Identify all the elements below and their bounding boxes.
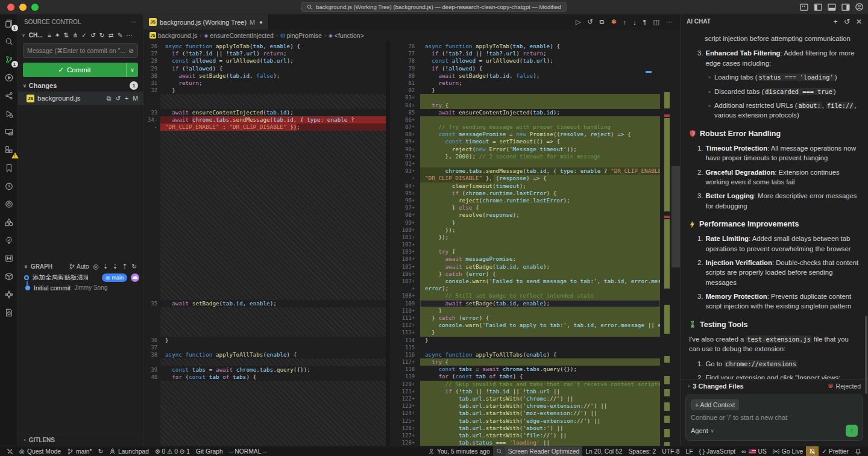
code-line[interactable]: 113+ }: [390, 329, 680, 336]
code-line[interactable]: 88+ const messagePromise = new Promise((…: [390, 131, 680, 138]
code-line[interactable]: 100+ });: [390, 226, 680, 234]
stash-icon[interactable]: ⇄: [108, 31, 114, 39]
code-line[interactable]: 127+ tab.url.startsWith('file://') ||: [390, 432, 680, 439]
status-item-keyboard-layout[interactable]: ∞US: [738, 446, 770, 456]
code-line[interactable]: 36}: [143, 337, 386, 344]
discard-icon[interactable]: ↺: [115, 95, 121, 102]
status-item-launchpad[interactable]: Launchpad: [106, 446, 152, 456]
code-line[interactable]: +"DR_CLIP_DISABLE" }, (response) => {: [390, 175, 680, 182]
branch-badge[interactable]: ◎main: [102, 273, 127, 282]
status-item-indentation[interactable]: Spaces: 2: [625, 446, 659, 456]
split-editor-icon[interactable]: ◫: [653, 18, 659, 26]
commit-row[interactable]: 添加全局剪贴板清理功能，支持... ◎main: [18, 272, 143, 283]
maximize-window-button[interactable]: [31, 4, 39, 11]
commit-row[interactable]: Initial commit Jimmy Song: [18, 283, 143, 293]
status-item-notifications[interactable]: [852, 446, 864, 456]
commit-message-input[interactable]: Message (⌘Enter to commit on "... ⊘: [23, 43, 138, 58]
view-as-list-icon[interactable]: ≡: [48, 31, 51, 39]
undo-icon[interactable]: ↺: [90, 31, 96, 39]
toggle-sidebar-icon[interactable]: [814, 4, 822, 11]
status-item-sync[interactable]: ↻: [95, 446, 106, 456]
code-line[interactable]: 91+ }, 2000); // 2 second timeout for ma…: [390, 153, 680, 160]
code-line[interactable]: 117+ try {: [390, 358, 680, 366]
code-line[interactable]: -"DR_CLIP_ENABLE" : "DR_CLIP_DISABLE" })…: [143, 123, 386, 131]
package-activity-item[interactable]: [2, 271, 16, 282]
dirty-indicator-icon[interactable]: ●: [259, 19, 262, 25]
code-line[interactable]: 28 const allowed = urlAllowed(tab.url);: [143, 57, 386, 64]
code-line[interactable]: 27 if (!tab?.id || !tab?.url) return;: [143, 50, 386, 57]
toggle-secondary-sidebar-icon[interactable]: [841, 4, 850, 11]
add-context-button[interactable]: + Add Context: [691, 399, 739, 410]
commit-button[interactable]: ✓ Commit ∨: [23, 63, 138, 77]
source-control-activity-item[interactable]: 1: [2, 54, 16, 65]
chevron-down-icon[interactable]: ∨: [22, 33, 25, 38]
changes-section-header[interactable]: ∨ Changes 1: [18, 80, 143, 92]
command-center-search[interactable]: background.js (Working Tree) (background…: [301, 2, 567, 12]
search-activity-item[interactable]: [2, 36, 16, 47]
shapes-activity-item[interactable]: [2, 217, 16, 228]
donut-chart-activity-item[interactable]: [2, 199, 16, 210]
code-line[interactable]: 99+ }: [390, 219, 680, 226]
status-item-git-branch[interactable]: main*: [64, 446, 95, 456]
edit-icon[interactable]: ✎: [117, 31, 122, 39]
code-line[interactable]: 30 await setBadge(tab.id, false);: [143, 72, 386, 80]
code-line[interactable]: 76async function applyToTab(tab, enable)…: [390, 43, 680, 50]
bookmark-activity-item[interactable]: [2, 163, 16, 173]
close-icon[interactable]: ✕: [856, 17, 862, 26]
code-line[interactable]: 80 await setBadge(tab.id, false);: [390, 72, 680, 80]
pane-divider[interactable]: [386, 41, 390, 446]
code-line[interactable]: 126+ tab.url.startsWith('about:') ||: [390, 425, 680, 432]
more-icon[interactable]: ⋯: [126, 31, 133, 39]
code-line[interactable]: 115: [390, 344, 680, 351]
code-line[interactable]: 106+ } catch (error) {: [390, 270, 680, 278]
code-line[interactable]: 84+ try {: [390, 102, 680, 109]
history-icon[interactable]: ↺: [844, 17, 850, 26]
code-line[interactable]: 29 if (!allowed) {: [143, 65, 386, 72]
code-line[interactable]: 78 const allowed = urlAllowed(tab.url);: [390, 57, 680, 64]
code-line[interactable]: 87+ // Try sending message with proper t…: [390, 123, 680, 131]
status-item-prettier[interactable]: ✓ Prettier: [819, 446, 852, 456]
code-line[interactable]: 93+ chrome.tabs.sendMessage(tab.id, { ty…: [390, 167, 680, 175]
code-line[interactable]: 116async function applyToAllTabs(enable)…: [390, 351, 680, 358]
code-line[interactable]: 82 }: [390, 87, 680, 94]
customize-layout-icon[interactable]: [800, 4, 808, 11]
status-item-go-live[interactable]: Go Live: [770, 446, 807, 456]
target-icon[interactable]: ◎: [93, 263, 99, 270]
explorer-activity-item[interactable]: 1: [2, 18, 16, 29]
timeline-icon[interactable]: ↺: [587, 18, 593, 26]
status-item-encoding[interactable]: UTF-8: [659, 446, 682, 456]
send-button[interactable]: ↑: [846, 425, 858, 437]
code-line[interactable]: 95+ if (chrome.runtime.lastError) {: [390, 190, 680, 197]
tab-background-js[interactable]: JS background.js (Working Tree) M ●: [143, 14, 269, 30]
code-line[interactable]: 125+ tab.url.startsWith('edge-extension:…: [390, 417, 680, 425]
status-item-git-graph[interactable]: Git Graph: [193, 446, 226, 456]
code-line[interactable]: 120+ // Skip invalid tabs and tabs that …: [390, 381, 680, 388]
status-item-vim-mode[interactable]: -- NORMAL --: [226, 446, 270, 456]
code-line[interactable]: 92+: [390, 160, 680, 167]
commit-check-icon[interactable]: ✓: [81, 31, 87, 39]
refresh-icon[interactable]: ↻: [99, 31, 105, 39]
status-item-notifications-muted[interactable]: [806, 446, 819, 456]
code-line[interactable]: 98+ resolve(response);: [390, 211, 680, 219]
status-item-problems[interactable]: ⊗ 0 ⚠ 0 ⊙ 1: [152, 446, 193, 456]
code-line[interactable]: 96+ reject(chrome.runtime.lastError);: [390, 197, 680, 204]
repo-label[interactable]: CH...: [29, 32, 43, 39]
breadcrumb-item[interactable]: ◈<function>: [329, 32, 364, 39]
refresh-icon[interactable]: ↻: [131, 263, 137, 270]
breadcrumb-item[interactable]: ◈ensureContentInjected: [204, 32, 274, 39]
status-item-screen-reader[interactable]: Screen Reader Optimized: [505, 446, 582, 456]
m-box-activity-item[interactable]: [2, 253, 16, 264]
account-icon[interactable]: [855, 3, 863, 11]
starburst-icon[interactable]: ✱: [611, 18, 616, 26]
gear-flower-activity-item[interactable]: [2, 289, 16, 300]
code-line[interactable]: 121+ if (!tab || !tab.id || !tab.url ||: [390, 388, 680, 395]
code-line[interactable]: 103+ try {: [390, 248, 680, 255]
sparkle-icon[interactable]: ✦: [55, 31, 60, 39]
file-gear-activity-item[interactable]: [2, 307, 16, 318]
code-line[interactable]: 107+ console.warn('Failed to send messag…: [390, 278, 680, 285]
status-item-remote-tools[interactable]: [4, 446, 16, 456]
code-line[interactable]: 31 return;: [143, 80, 386, 87]
code-line[interactable]: 114}: [390, 337, 680, 344]
code-line[interactable]: 32 }: [143, 87, 386, 94]
sidebar-more-icon[interactable]: ⋯: [130, 19, 137, 25]
